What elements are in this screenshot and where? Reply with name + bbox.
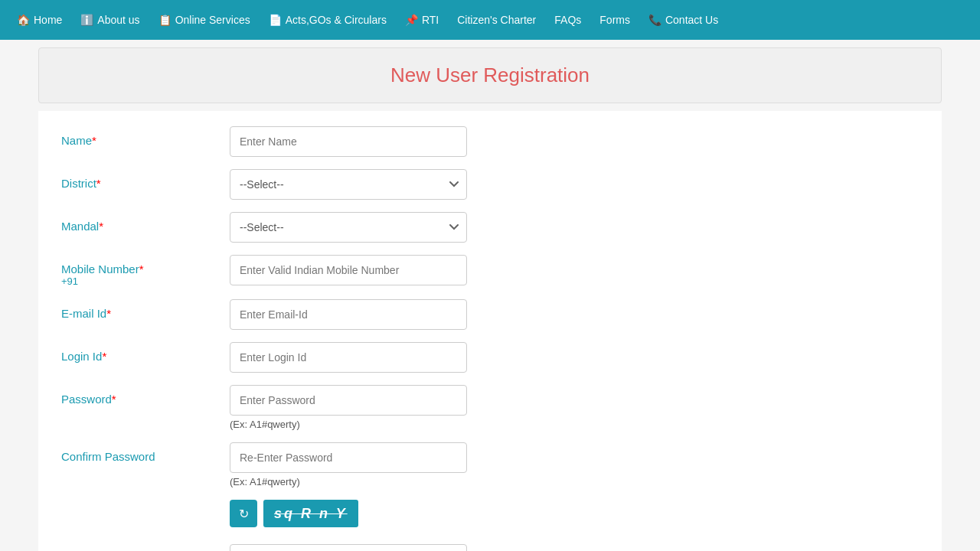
nav-rti[interactable]: 📌 RTI <box>396 3 448 37</box>
home-icon: 🏠 <box>17 14 30 26</box>
pin-icon: 📌 <box>405 14 418 26</box>
mobile-required: * <box>139 262 144 276</box>
password-label: Password* <box>61 385 230 406</box>
district-row: District* --Select-- <box>61 169 919 200</box>
password-row: Password* (Ex: A1#qwerty) <box>61 385 919 430</box>
nav-home[interactable]: 🏠 Home <box>8 3 71 37</box>
login-id-input[interactable] <box>230 342 467 373</box>
captcha-refresh-button[interactable]: ↻ <box>230 500 257 527</box>
captcha-area: ↻ sq R n Y <box>230 500 467 527</box>
login-id-label: Login Id* <box>61 342 230 363</box>
mandal-row: Mandal* --Select-- <box>61 212 919 243</box>
confirm-password-row: Confirm Password (Ex: A1#qwerty) <box>61 442 919 487</box>
nav-forms[interactable]: Forms <box>590 3 639 37</box>
district-control: --Select-- <box>230 169 467 200</box>
password-control: (Ex: A1#qwerty) <box>230 385 467 430</box>
mobile-input[interactable] <box>230 255 467 285</box>
login-id-row: Login Id* <box>61 342 919 373</box>
info-icon: ℹ️ <box>80 14 93 26</box>
district-select[interactable]: --Select-- <box>230 169 467 200</box>
mandal-label: Mandal* <box>61 212 230 233</box>
district-required: * <box>96 177 101 190</box>
password-required: * <box>112 393 116 406</box>
phone-icon: 📞 <box>648 14 662 26</box>
page-title: New User Registration <box>54 64 926 87</box>
captcha-display-row: ↻ sq R n Y <box>61 500 919 532</box>
page-title-bar: New User Registration <box>38 47 942 103</box>
captcha-control <box>230 544 467 551</box>
mandal-required: * <box>99 220 103 233</box>
confirm-password-label: Confirm Password <box>61 442 230 463</box>
nav-citizens-charter[interactable]: Citizen's Charter <box>448 3 545 37</box>
password-input[interactable] <box>230 385 467 416</box>
captcha-input[interactable] <box>230 544 467 551</box>
name-required: * <box>92 134 96 147</box>
name-row: Name* <box>61 126 919 157</box>
captcha-image: sq R n Y <box>263 500 358 527</box>
captcha-input-row: Enter Captcha* <box>61 544 919 551</box>
nav-about[interactable]: ℹ️ About us <box>71 3 149 37</box>
registration-form: Name* District* --Select-- Mandal* --Sel… <box>38 111 942 551</box>
clipboard-icon: 📋 <box>158 14 172 26</box>
document-icon: 📄 <box>269 14 282 26</box>
district-label: District* <box>61 169 230 190</box>
mobile-row: Mobile Number* +91 <box>61 255 919 287</box>
nav-online-services[interactable]: 📋 Online Services <box>149 3 260 37</box>
email-input[interactable] <box>230 299 467 330</box>
email-control <box>230 299 467 330</box>
mandal-control: --Select-- <box>230 212 467 243</box>
confirm-password-control: (Ex: A1#qwerty) <box>230 442 467 487</box>
password-hint: (Ex: A1#qwerty) <box>230 419 467 430</box>
nav-contact-us[interactable]: 📞 Contact Us <box>639 3 727 37</box>
login-id-control <box>230 342 467 373</box>
email-required: * <box>106 307 111 320</box>
main-nav: 🏠 Home ℹ️ About us 📋 Online Services 📄 A… <box>0 0 980 40</box>
captcha-label: Enter Captcha* <box>61 544 230 551</box>
nav-acts[interactable]: 📄 Acts,GOs & Circulars <box>260 3 396 37</box>
email-label: E-mail Id* <box>61 299 230 320</box>
mobile-label: Mobile Number* +91 <box>61 255 230 287</box>
mobile-control <box>230 255 467 285</box>
login-id-required: * <box>102 350 106 363</box>
nav-faqs[interactable]: FAQs <box>545 3 590 37</box>
name-label: Name* <box>61 126 230 147</box>
email-row: E-mail Id* <box>61 299 919 330</box>
name-control <box>230 126 467 157</box>
confirm-password-input[interactable] <box>230 442 467 473</box>
confirm-password-hint: (Ex: A1#qwerty) <box>230 476 467 487</box>
mandal-select[interactable]: --Select-- <box>230 212 467 243</box>
mobile-sublabel: +91 <box>61 276 230 287</box>
captcha-display-control: ↻ sq R n Y <box>230 500 467 532</box>
name-input[interactable] <box>230 126 467 157</box>
